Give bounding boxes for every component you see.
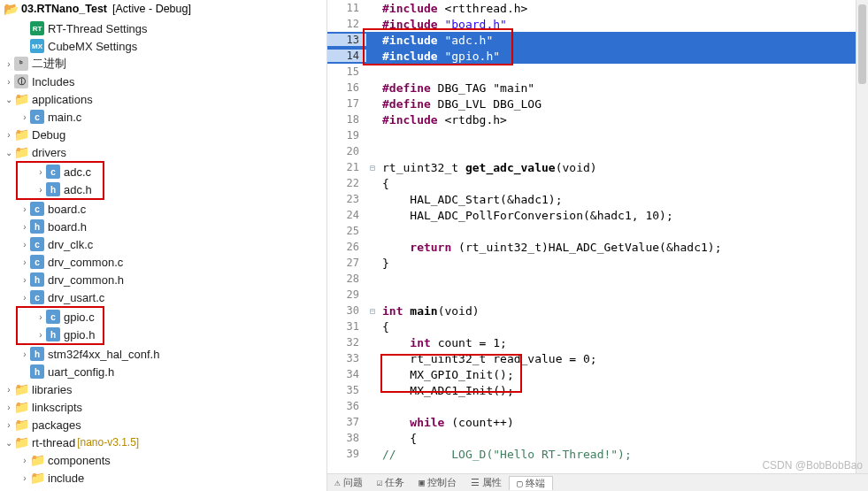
tree-debug[interactable]: 📁Debug [0,126,326,143]
tree-gpio-h[interactable]: hgpio.h [18,326,103,343]
folder-open-icon: 📂 [4,2,18,16]
folder-icon: 📁 [14,418,28,432]
line-number: 20 [327,145,366,157]
c-file-icon: c [46,310,60,324]
line-number: 38 [327,432,366,444]
h-file-icon: h [30,219,44,234]
project-name: 03.RTNano_Test [21,3,107,15]
c-file-icon: c [30,202,44,216]
code-editor[interactable]: 11#include <rtthread.h> 12#include "boar… [327,0,868,491]
tree-main-c[interactable]: cmain.c [0,108,326,126]
tree-libcpu[interactable]: 📁libcpu [0,487,326,491]
line-number: 27 [327,257,366,269]
line-number: 33 [327,352,366,364]
line-number: 26 [327,241,366,253]
h-file-icon: h [46,182,60,196]
c-file-icon: c [30,255,44,269]
line-number: 18 [327,113,366,126]
line-number: 25 [327,225,366,237]
tab-console[interactable]: ▣控制台 [411,476,464,489]
line-number: 19 [327,129,366,142]
c-file-icon: c [30,237,44,251]
tree-gpio-c[interactable]: cgpio.c [18,308,103,326]
selected-line[interactable]: 13#include "adc.h" [327,32,868,48]
tree-drv-usart-c[interactable]: cdrv_usart.c [0,288,326,306]
line-number: 39 [327,448,366,460]
line-number: 21 [327,161,366,173]
console-icon: ▣ [419,477,425,488]
tab-terminal[interactable]: ▢终端 [509,476,553,490]
tree-rt-thread[interactable]: 📁rt-thread[nano-v3.1.5] [0,433,326,451]
line-number: 17 [327,97,366,110]
watermark: CSDN @BobBobBao [762,459,863,472]
line-number: 13 [327,34,366,46]
project-explorer[interactable]: 📂 03.RTNano_Test [Active - Debug] RTRT-T… [0,0,327,491]
tree-adc-c[interactable]: cadc.c [18,163,103,180]
folder-icon: 📁 [30,453,44,467]
line-number: 35 [327,384,366,396]
line-number: 29 [327,288,366,301]
line-number: 11 [327,2,366,14]
line-number: 16 [327,81,366,94]
line-number: 32 [327,336,366,349]
fold-icon[interactable] [366,163,379,173]
warning-icon: ⚠ [334,477,341,488]
rt-icon: RT [30,21,44,35]
project-tree: RTRT-Thread Settings MXCubeMX Settings ᵇ… [0,18,326,491]
terminal-icon: ▢ [517,478,523,489]
folder-icon: 📁 [14,382,28,396]
tree-uart-config-h[interactable]: huart_config.h [0,363,326,380]
c-file-icon: c [46,165,60,179]
tasks-icon: ☑ [377,477,383,488]
cubemx-settings[interactable]: MXCubeMX Settings [0,37,326,55]
tree-libraries[interactable]: 📁libraries [0,380,326,398]
tree-linkscripts[interactable]: 📁linkscripts [0,398,326,416]
fold-icon[interactable] [366,306,379,316]
line-number: 36 [327,400,366,412]
tree-adc-h[interactable]: hadc.h [18,180,103,198]
tree-drv-common-h[interactable]: hdrv_common.h [0,271,326,288]
includes-icon: ⓘ [14,74,28,88]
tab-problems[interactable]: ⚠问题 [327,476,370,489]
build-config: [Active - Debug] [112,3,191,15]
tree-hal-conf-h[interactable]: hstm32f4xx_hal_conf.h [0,345,326,363]
scrollbar-thumb[interactable] [858,4,866,84]
line-number: 22 [327,177,366,189]
mx-icon: MX [30,39,44,53]
line-number: 12 [327,18,366,30]
folder-icon: 📁 [14,127,28,142]
binary-icon: ᵇ [14,57,28,71]
tree-drv-clk-c[interactable]: cdrv_clk.c [0,235,326,253]
selected-line[interactable]: 14#include "gpio.h" [327,48,868,64]
h-file-icon: h [30,347,44,361]
tree-includes[interactable]: ⓘIncludes [0,73,326,90]
code-area[interactable]: 11#include <rtthread.h> 12#include "boar… [327,0,868,473]
tree-binary[interactable]: ᵇ二进制 [0,55,326,73]
ide-window: 📂 03.RTNano_Test [Active - Debug] RTRT-T… [0,0,868,491]
rt-thread-settings[interactable]: RTRT-Thread Settings [0,19,326,37]
c-file-icon: c [30,110,44,124]
tree-drivers[interactable]: 📁drivers [0,143,326,161]
h-file-icon: h [46,327,60,341]
tab-properties[interactable]: ☰属性 [464,476,509,489]
tree-board-h[interactable]: hboard.h [0,218,326,235]
line-number: 28 [327,272,366,285]
tree-drv-common-c[interactable]: cdrv_common.c [0,253,326,271]
line-number: 30 [327,304,366,317]
folder-icon: 📁 [14,435,28,449]
vertical-scrollbar[interactable] [856,0,868,473]
tree-include[interactable]: 📁include [0,469,326,487]
tree-applications[interactable]: 📁applications [0,90,326,108]
line-number: 24 [327,209,366,221]
folder-icon: 📁 [30,471,44,485]
tree-packages[interactable]: 📁packages [0,416,326,433]
tab-tasks[interactable]: ☑任务 [370,476,412,489]
line-number: 23 [327,193,366,205]
tree-components[interactable]: 📁components [0,451,326,469]
folder-icon: 📁 [14,92,28,106]
project-root[interactable]: 📂 03.RTNano_Test [Active - Debug] [0,0,326,18]
bottom-tabs: ⚠问题 ☑任务 ▣控制台 ☰属性 ▢终端 [327,473,868,491]
tree-board-c[interactable]: cboard.c [0,200,326,218]
folder-icon: 📁 [14,400,28,414]
line-number: 14 [327,50,366,62]
